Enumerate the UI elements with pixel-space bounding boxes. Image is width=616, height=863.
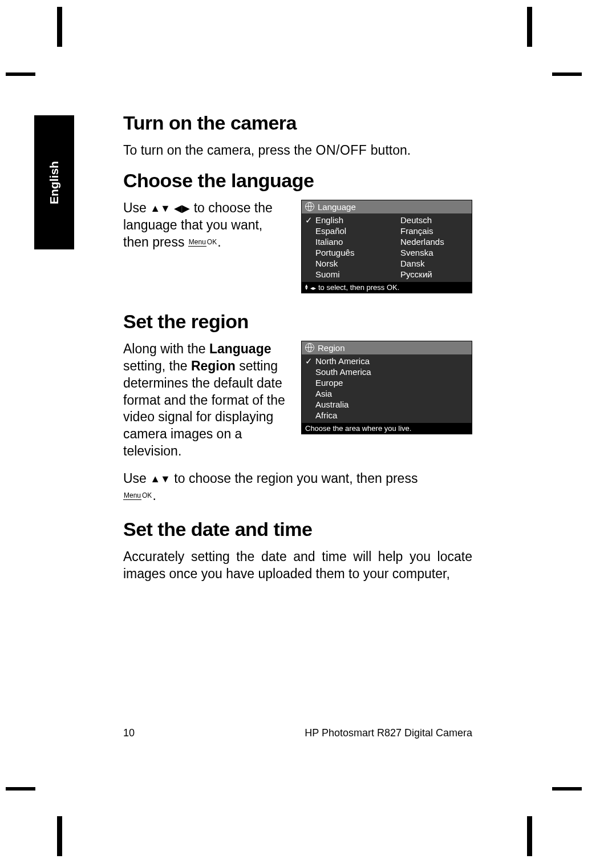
- language-option: Nederlands: [387, 236, 472, 247]
- region-option: Europe: [302, 377, 472, 388]
- heading-choose-language: Choose the language: [123, 170, 472, 192]
- up-down-arrows-icon: ▲▼: [150, 473, 171, 485]
- paragraph-choose-language: Use ▲▼ ◀▶ to choose the language that yo…: [123, 200, 287, 251]
- language-tab-label: English: [47, 161, 61, 204]
- language-option: Svenska: [387, 247, 472, 258]
- region-option: Asia: [302, 388, 472, 399]
- region-screen: Region North AmericaSouth AmericaEuropeA…: [301, 341, 472, 434]
- language-option: English: [302, 215, 387, 225]
- region-option: North America: [302, 356, 472, 366]
- language-screen: Language EnglishDeutschEspañolFrançaisIt…: [301, 200, 472, 293]
- language-option: Norsk: [302, 258, 387, 269]
- language-option: Français: [387, 225, 472, 236]
- heading-turn-on: Turn on the camera: [123, 112, 472, 134]
- menu-ok-icon: MenuOK: [188, 239, 217, 245]
- language-option: Русский: [387, 269, 472, 280]
- page-number: 10: [123, 727, 135, 739]
- left-right-arrows-icon: ◀▶: [174, 203, 190, 214]
- heading-set-region: Set the region: [123, 310, 472, 333]
- paragraph-set-date-time: Accurately setting the date and time wil…: [123, 549, 472, 583]
- book-title: HP Photosmart R827 Digital Camera: [305, 727, 472, 739]
- region-screen-title: Region: [302, 341, 472, 354]
- language-option: Español: [302, 225, 387, 236]
- onoff-label: ON/OFF: [316, 143, 367, 158]
- region-option: South America: [302, 366, 472, 377]
- region-option: Australia: [302, 399, 472, 410]
- language-screen-footer: to select, then press OK.: [302, 282, 472, 293]
- region-screen-footer: Choose the area where you live.: [302, 423, 472, 434]
- language-tab: English: [34, 115, 74, 249]
- leftright-icon: [310, 283, 316, 292]
- paragraph-turn-on: To turn on the camera, press the ON/OFF …: [123, 142, 472, 159]
- language-screen-title: Language: [302, 200, 472, 213]
- region-option: Africa: [302, 410, 472, 421]
- page-content: Turn on the camera To turn on the camera…: [123, 112, 472, 593]
- language-option: Suomi: [302, 269, 387, 280]
- globe-icon: [305, 202, 314, 211]
- paragraph-set-region-2: Use ▲▼ to choose the region you want, th…: [123, 470, 472, 505]
- paragraph-set-region-1: Along with the Language setting, the Reg…: [123, 341, 287, 460]
- language-option: Dansk: [387, 258, 472, 269]
- language-option: Deutsch: [387, 215, 472, 225]
- updown-icon: [305, 284, 308, 291]
- page-footer: 10 HP Photosmart R827 Digital Camera: [123, 727, 472, 739]
- heading-set-date-time: Set the date and time: [123, 518, 472, 541]
- up-down-arrows-icon: ▲▼: [150, 203, 171, 214]
- language-option: Português: [302, 247, 387, 258]
- menu-ok-icon: MenuOK: [123, 492, 152, 499]
- globe-icon: [305, 343, 314, 352]
- language-option: Italiano: [302, 236, 387, 247]
